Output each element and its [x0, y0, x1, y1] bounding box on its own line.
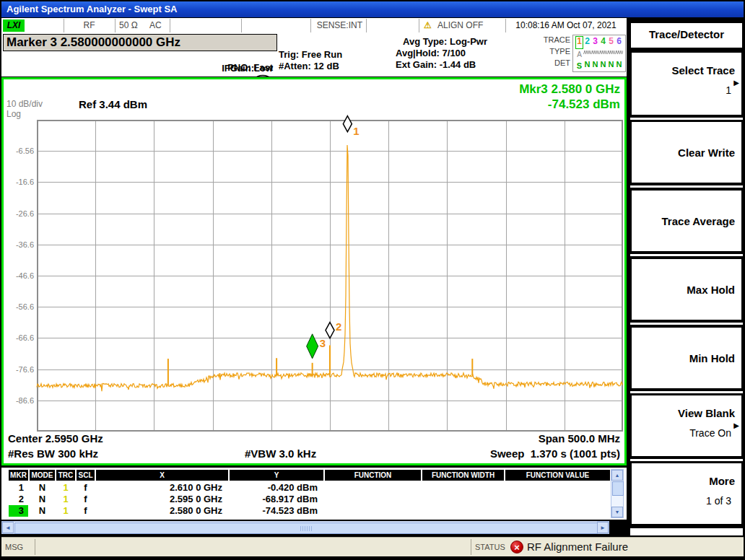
cell-y: -0.420 dBm [230, 482, 323, 494]
cell-trc: 1 [56, 494, 75, 505]
sense-indicator: SENSE:INT [310, 18, 362, 33]
legend-detector: N [591, 59, 599, 71]
softkey-clear-write[interactable]: Clear Write [630, 121, 743, 184]
legend-trace-number: 6 [615, 36, 623, 48]
y-tick-label: -6.56 [5, 146, 34, 156]
softkey-empty-slot [630, 528, 743, 535]
table-header-function: FUNCTION [325, 470, 421, 481]
cell-x: 2.580 0 GHz [96, 505, 228, 517]
warning-icon: ⚠ [424, 18, 435, 33]
softkey-label: Max Hold [687, 284, 735, 296]
marker-table-horizontal-scrollbar[interactable]: ◄ ► [1, 521, 609, 534]
divider [366, 19, 367, 32]
cell-mkr: 1 [9, 482, 28, 494]
measurement-header-band: Marker 3 2.580000000000 GHz PNO: Fast IF… [1, 33, 627, 76]
legend-detector: N [583, 59, 591, 71]
softkey-label: View Blank [678, 407, 735, 419]
trace-legend: 1AS2N3N4N5N6N [572, 35, 626, 72]
softkey-max-hold[interactable]: Max Hold [630, 258, 743, 321]
window-title-bar[interactable]: Agilent Spectrum Analyzer - Swept SA [1, 1, 744, 17]
graticule-plot: 123 [37, 120, 623, 432]
softkey-sublabel: Trace On [689, 427, 731, 439]
marker-table-row[interactable]: 3N1f2.580 0 GHz-74.523 dBm [1, 505, 611, 517]
cell-function_value [505, 482, 610, 494]
window-title: Agilent Spectrum Analyzer - Swept SA [6, 4, 177, 14]
marker-table-row[interactable]: 1N1f2.610 0 GHz-0.420 dBm [1, 482, 611, 494]
marker-3-diamond [307, 334, 318, 359]
scroll-left-arrow[interactable]: ◄ [2, 522, 14, 533]
softkey-label: More [709, 475, 735, 487]
marker-table-row[interactable]: 2N1f2.595 0 GHz-68.917 dBm [1, 494, 611, 505]
legend-type-writewaveform-icon [615, 48, 623, 59]
table-header-trc: TRC [56, 470, 75, 481]
legend-type-writewaveform-icon [583, 48, 591, 59]
table-header-function-width: FUNCTION WIDTH [422, 470, 504, 481]
table-header-x: X [96, 470, 228, 481]
scroll-up-arrow[interactable]: ▲ [611, 470, 623, 481]
cell-mkr: 2 [9, 494, 28, 505]
scroll-grip [300, 526, 312, 531]
avg-type-readout: Avg Type: Log-Pwr [403, 36, 487, 47]
cell-function [325, 505, 421, 517]
table-header-scl: SCL [77, 470, 95, 481]
y-tick-label: -36.6 [5, 240, 34, 250]
softkey-trace-average[interactable]: Trace Average [630, 189, 743, 253]
cell-function_value [505, 505, 610, 517]
top-info-bar: LXI RF 50 Ω AC SENSE:INT ⚠ ALIGN OFF 10:… [1, 18, 627, 33]
divider [419, 19, 419, 32]
scroll-down-arrow[interactable]: ▼ [611, 507, 623, 517]
legend-trace-2: 2N [583, 36, 591, 71]
spectrum-display: 10 dB/div Log Ref 3.44 dBm Mkr3 2.580 0 … [1, 77, 627, 465]
marker-1-diamond [343, 116, 352, 132]
cell-function_width [422, 505, 504, 517]
marker-table-vertical-scrollbar[interactable]: ▲ ▼ [611, 469, 624, 518]
legend-trace-number: 4 [599, 36, 607, 48]
cell-function [325, 494, 421, 505]
legend-type-average: A [575, 49, 583, 61]
vbw-label: #VBW 3.0 kHz [245, 447, 316, 460]
ext-gain-readout: Ext Gain: -1.44 dB [396, 59, 476, 70]
y-tick-label: -66.6 [5, 333, 34, 343]
scale-per-div-label: 10 dB/div [6, 99, 43, 109]
scroll-right-arrow[interactable]: ► [597, 522, 609, 533]
cell-mode: N [30, 482, 55, 494]
softkey-select-trace[interactable]: Select Trace1▶ [630, 51, 743, 116]
align-off-indicator: ALIGN OFF [437, 18, 502, 33]
divider [241, 19, 242, 32]
cell-mode: N [30, 505, 55, 517]
legend-label-trace: TRACE [511, 35, 570, 44]
scale-type-label: Log [6, 109, 21, 119]
legend-label-type: TYPE [511, 47, 570, 56]
impedance-indicator: 50 Ω [119, 18, 148, 33]
horizontal-scroll-thumb[interactable] [14, 522, 598, 534]
submenu-arrow-icon: ▶ [733, 421, 739, 429]
softkey-min-hold[interactable]: Min Hold [630, 326, 743, 390]
table-header-y: Y [230, 470, 323, 481]
y-tick-label: -56.6 [5, 302, 34, 312]
y-tick-label: -16.6 [5, 177, 34, 187]
legend-type-writewaveform-icon [607, 48, 615, 59]
vertical-scroll-thumb[interactable] [612, 481, 624, 496]
divider [471, 539, 471, 555]
table-header-function-value: FUNCTION VALUE [505, 470, 610, 481]
softkey-label: Clear Write [678, 146, 735, 159]
ref-level-label: Ref 3.44 dBm [79, 98, 147, 110]
marker-3-label: 3 [320, 337, 326, 349]
y-tick-label: -76.6 [5, 364, 34, 375]
y-tick-label: -26.6 [5, 209, 34, 219]
cell-x: 2.610 0 GHz [96, 482, 228, 494]
marker-2-diamond [326, 323, 334, 338]
marker-readout-ampl: -74.523 dBm [519, 97, 620, 112]
msg-label: MSG [5, 538, 23, 556]
softkey-label: Trace Average [662, 215, 735, 227]
error-icon: × [510, 541, 523, 554]
cell-trc: 1 [56, 482, 75, 494]
rf-indicator: RF [64, 18, 115, 33]
softkey-view-blank[interactable]: View BlankTrace On▶ [630, 394, 743, 458]
softkey-more[interactable]: More1 of 3 [630, 462, 743, 525]
status-message: RF Alignment Failure [527, 538, 628, 556]
legend-trace-number: 1 [575, 36, 583, 49]
legend-trace-6: 6N [615, 36, 623, 71]
y-tick-label: -86.6 [5, 395, 34, 406]
cell-x: 2.595 0 GHz [96, 494, 228, 505]
